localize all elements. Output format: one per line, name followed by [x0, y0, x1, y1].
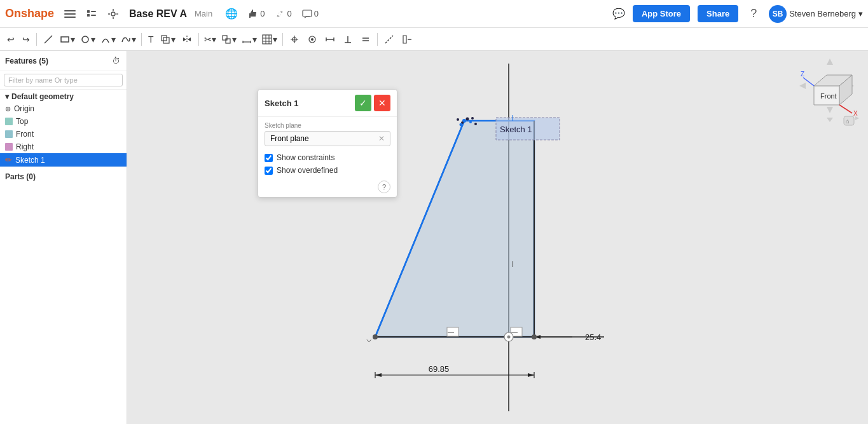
- coincident-tool[interactable]: [304, 32, 320, 46]
- rectangle-tool[interactable]: ▾: [58, 33, 77, 46]
- svg-rect-16: [162, 36, 167, 41]
- top-plane-item[interactable]: Top: [0, 115, 127, 128]
- user-chevron-icon: ▾: [858, 9, 863, 18]
- sketch-help-button[interactable]: ?: [378, 181, 390, 193]
- tools-icon: [107, 8, 119, 20]
- svg-point-15: [82, 36, 88, 43]
- sketch-plane-select[interactable]: Front plane ✕: [265, 131, 390, 146]
- offset-tool[interactable]: ▾: [158, 33, 177, 46]
- svg-rect-24: [263, 35, 272, 44]
- transform-icon: [221, 34, 231, 44]
- front-plane-icon: [5, 130, 13, 138]
- confirm-sketch-button[interactable]: ✓: [355, 95, 371, 111]
- rectangle-icon: [60, 34, 70, 44]
- constraint-tool[interactable]: [322, 32, 338, 46]
- filter-input[interactable]: [4, 74, 123, 86]
- svg-point-31: [311, 38, 313, 41]
- perp-icon: [343, 34, 353, 44]
- undo-button[interactable]: ↩: [4, 32, 18, 46]
- equal-icon: [361, 34, 371, 44]
- view-cube[interactable]: Front Z X ⌂: [798, 57, 862, 127]
- view-cube-svg: Front Z X ⌂: [798, 57, 862, 127]
- features-sidebar: Features (5) ⏱ ▾ Default geometry ⊕ Orig…: [0, 51, 127, 424]
- trim-tool[interactable]: ✂▾: [202, 33, 218, 46]
- appstore-button[interactable]: App Store: [633, 5, 690, 22]
- sketch-toolbar: ↩ ↪ ▾ ▾ ▾ ▾ T ▾ ✂▾ ▾ ▾ ▾: [0, 28, 868, 51]
- svg-text:Front: Front: [820, 92, 837, 100]
- equal-tool[interactable]: [357, 32, 374, 46]
- svg-text:—: —: [448, 329, 454, 336]
- show-overdefined-checkbox[interactable]: [265, 167, 273, 175]
- sketch-panel: Sketch 1 ✓ ✕ Sketch plane Front plane ✕ …: [258, 89, 397, 198]
- help-button[interactable]: ?: [743, 4, 764, 24]
- close-plane-icon[interactable]: ✕: [378, 134, 385, 143]
- toolbar-separator: [36, 33, 37, 46]
- arc-icon: [100, 34, 111, 44]
- toolbar-separator-3: [198, 33, 199, 46]
- circle-tool[interactable]: ▾: [78, 33, 97, 46]
- share-button[interactable]: Share: [698, 5, 738, 22]
- transform-tool[interactable]: ▾: [219, 33, 238, 46]
- svg-point-7: [111, 12, 115, 16]
- origin-item[interactable]: ⊕ Origin: [0, 102, 127, 115]
- tools-button[interactable]: [105, 6, 121, 22]
- sketch-panel-buttons: ✓ ✕: [355, 95, 390, 111]
- auto-dim-icon: [402, 34, 412, 44]
- dimension-tool[interactable]: ▾: [240, 33, 259, 46]
- right-plane-item[interactable]: Right: [0, 140, 127, 153]
- parts-section: Parts (0): [0, 167, 127, 186]
- show-constraints-checkbox[interactable]: [265, 154, 273, 162]
- chevron-down-icon: ▾: [5, 92, 9, 101]
- front-plane-item[interactable]: Front: [0, 128, 127, 140]
- globe-button[interactable]: 🌐: [223, 5, 240, 22]
- svg-marker-86: [827, 118, 833, 122]
- feature-list-button[interactable]: [83, 6, 100, 22]
- coincident-icon: [307, 34, 317, 44]
- default-geometry-group[interactable]: ▾ Default geometry: [0, 90, 127, 102]
- line-tool[interactable]: [40, 32, 57, 46]
- arc-tool[interactable]: ▾: [99, 33, 118, 46]
- dimension-icon: [242, 34, 252, 44]
- perp-tool[interactable]: [340, 32, 356, 46]
- sketch-plane-value: Front plane: [270, 134, 309, 143]
- svg-point-72: [457, 118, 459, 121]
- show-constraints-label[interactable]: Show constraints: [277, 153, 334, 162]
- sketch1-item[interactable]: ✏ Sketch 1: [0, 153, 127, 167]
- text-tool[interactable]: T: [145, 32, 157, 46]
- construction-tool[interactable]: [381, 32, 397, 46]
- construction-icon: [384, 34, 394, 44]
- chat-button[interactable]: 💬: [610, 5, 628, 22]
- snap-tool[interactable]: [286, 32, 303, 46]
- mirror-icon: [182, 34, 192, 44]
- svg-point-67: [507, 336, 511, 339]
- spline-tool[interactable]: ▾: [119, 33, 138, 46]
- svg-rect-6: [91, 15, 96, 16]
- auto-dimension-tool[interactable]: [399, 32, 415, 46]
- svg-rect-0: [64, 10, 76, 11]
- right-plane-icon: [5, 143, 13, 151]
- mirror-tool[interactable]: [179, 32, 195, 46]
- menu-button[interactable]: [62, 6, 78, 22]
- user-menu[interactable]: SB Steven Berneberg ▾: [769, 5, 863, 23]
- redo-button[interactable]: ↪: [19, 32, 33, 46]
- svg-rect-5: [87, 14, 90, 17]
- features-options-button[interactable]: ⏱: [111, 55, 121, 67]
- svg-rect-4: [91, 11, 96, 12]
- main-content: Features (5) ⏱ ▾ Default geometry ⊕ Orig…: [0, 51, 868, 424]
- thumbs-up-icon: [248, 9, 258, 19]
- canvas-area[interactable]: Sketch 1 69.85 25.4 l l — — ⌵: [127, 51, 868, 424]
- features-title: Features (5): [5, 57, 48, 65]
- grid-tool[interactable]: ▾: [260, 33, 279, 46]
- svg-point-75: [474, 123, 477, 125]
- sketch-help: ?: [258, 177, 397, 197]
- toolbar-separator-5: [377, 33, 378, 46]
- spline-icon: [121, 34, 131, 44]
- filter-wrap: [0, 71, 127, 90]
- svg-point-73: [460, 123, 463, 127]
- cancel-sketch-button[interactable]: ✕: [374, 95, 390, 111]
- hamburger-icon: [64, 8, 76, 20]
- show-overdefined-label[interactable]: Show overdefined: [277, 166, 338, 175]
- svg-rect-14: [61, 37, 69, 42]
- onshape-logo[interactable]: Onshape: [5, 7, 54, 20]
- svg-text:69.85: 69.85: [429, 364, 450, 374]
